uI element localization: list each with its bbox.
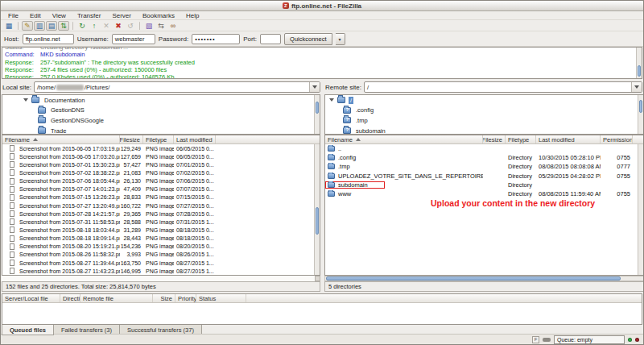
queue-status: Queue: empty — [554, 335, 625, 344]
local-file-row[interactable]: Screenshot from 2015-07-06 18:05:44.png … — [2, 177, 320, 185]
remote-tree-item[interactable]: .config — [325, 106, 643, 116]
local-tree-scrollbar-thumb[interactable] — [316, 102, 319, 114]
local-file-row[interactable]: Screenshot from 2015-07-01 15:30:23.png … — [2, 160, 320, 168]
remote-site-combobox[interactable]: / — [364, 81, 642, 93]
local-site-dropdown-icon[interactable] — [309, 82, 320, 92]
remote-site-dropdown-icon[interactable] — [631, 82, 642, 92]
column-priority[interactable]: Priority — [175, 294, 196, 302]
local-file-row[interactable]: Screenshot from 2015-08-18 18:09:14.png … — [2, 235, 320, 243]
toggle-queue-icon[interactable]: ⇅ — [58, 21, 69, 31]
local-list-scrollbar-thumb[interactable] — [316, 207, 319, 235]
column-filesize[interactable]: Filesize — [483, 135, 506, 143]
column-size[interactable]: Size — [153, 294, 175, 302]
log-scrollbar[interactable] — [636, 48, 642, 78]
column-filetype[interactable]: Filetype — [506, 135, 536, 143]
log-scrollbar-thumb[interactable] — [638, 65, 641, 77]
local-file-row[interactable]: Screenshot from 2015-07-07 14:01:23.png … — [2, 185, 320, 193]
remote-file-row[interactable]: .config Directory 10/30/2015 05:28:10 PM… — [325, 153, 643, 162]
file-type: PNG image — [143, 178, 174, 184]
column-status[interactable]: Status — [196, 294, 246, 302]
quickconnect-dropdown-icon[interactable]: ▾ — [336, 33, 345, 45]
port-input[interactable] — [260, 34, 281, 44]
column-filesize[interactable]: Filesize — [120, 135, 143, 143]
column-remote-file[interactable]: Remote file — [80, 294, 153, 302]
local-file-row[interactable]: Screenshot from 2015-07-28 14:21:57.png … — [2, 210, 320, 218]
column-direction[interactable]: Direction — [60, 294, 80, 302]
disconnect-icon[interactable]: ✖ — [113, 21, 124, 31]
password-input[interactable]: ••••••• — [192, 34, 240, 44]
local-tree-item[interactable]: Documentation — [2, 95, 320, 106]
queue-tab[interactable]: Queued files — [2, 325, 54, 335]
menu-item[interactable]: File — [2, 11, 24, 20]
folder-icon — [337, 97, 345, 103]
local-file-row[interactable]: Screenshot from 2015-08-27 11:43:23.png … — [2, 267, 320, 275]
remote-file-row[interactable]: subdomain Directory — [325, 181, 643, 189]
local-file-row[interactable]: Screenshot from 2015-07-15 13:26:23.png … — [2, 193, 320, 202]
remote-horizontal-scrollbar[interactable] — [324, 276, 644, 281]
quickconnect-button[interactable]: Quickconnect — [284, 33, 332, 45]
column-filename[interactable]: Filename — [2, 135, 120, 143]
remote-file-row[interactable]: .tmp Directory 08/08/2015 08:08:08 AM 07… — [325, 162, 643, 171]
site-manager-icon[interactable]: ▦ — [3, 21, 14, 31]
local-file-row[interactable]: Screenshot from 2015-08-20 15:19:21.png … — [2, 243, 320, 251]
column-filename[interactable]: Filename — [325, 135, 483, 143]
local-file-row[interactable]: Screenshot from 2015-08-27 11:39:44.png … — [2, 259, 320, 267]
menu-item[interactable]: View — [47, 11, 72, 20]
file-type: PNG image — [143, 154, 174, 160]
file-icon — [10, 186, 14, 193]
local-file-row[interactable]: Screenshot from 2015-08-18 18:03:44.png … — [2, 226, 320, 234]
menu-item[interactable]: Transfer — [72, 11, 107, 20]
menu-item[interactable]: Edit — [24, 11, 47, 20]
remote-tree-item[interactable]: subdomain — [325, 126, 643, 135]
refresh-icon[interactable]: ↻ — [76, 21, 88, 31]
local-file-row[interactable]: Screenshot from 2015-07-02 18:38:22.png … — [2, 168, 320, 177]
expander-icon[interactable] — [329, 98, 334, 102]
column-last-modified[interactable]: Last modified — [174, 135, 216, 143]
toolbar-separator[interactable] — [72, 22, 73, 30]
local-tree-scrollbar[interactable] — [314, 95, 320, 134]
toggle-remote-tree-icon[interactable]: ▤ — [46, 21, 57, 31]
remote-file-row[interactable]: UPLOADEZ_VOTRE_SITE_DANS_LE_REPERTOIRE_W… — [325, 172, 643, 181]
local-file-row[interactable]: Screenshot from 2015-06-05 17:03:20.png … — [2, 152, 320, 160]
column-permissions[interactable]: Permissions — [601, 135, 633, 143]
remote-tree-scrollbar-thumb[interactable] — [639, 100, 642, 113]
file-size: 28,833 — [120, 194, 143, 200]
toggle-local-tree-icon[interactable]: ▥ — [34, 21, 45, 31]
local-file-row[interactable]: Screenshot from 2015-08-26 11:58:32.png … — [2, 251, 320, 259]
column-server-local-file[interactable]: Server/Local file — [2, 294, 60, 302]
local-site-combobox[interactable]: /home//Pictures/ — [34, 81, 320, 93]
toggle-log-icon[interactable]: ✎ — [22, 21, 33, 31]
toolbar-separator[interactable] — [139, 22, 140, 30]
local-file-row[interactable]: Screenshot from 2015-07-27 13:20:49.png … — [2, 202, 320, 210]
file-size: 160,722 — [120, 203, 143, 209]
transfer-queue-panel: Server/Local file Direction Remote file … — [2, 293, 642, 325]
menu-item[interactable]: Server — [106, 11, 137, 20]
local-tree-item[interactable]: GestionDNSGoogle — [2, 115, 320, 126]
remote-tree-scrollbar[interactable] — [638, 95, 643, 134]
remote-horizontal-scrollbar-thumb[interactable] — [326, 276, 621, 281]
remote-file-row[interactable]: www Directory 08/08/2015 11:59:40 AM 075… — [325, 189, 643, 198]
local-list-scrollbar[interactable] — [314, 144, 320, 275]
remote-tree-item[interactable]: / — [325, 95, 643, 106]
host-input[interactable]: ftp.online.net — [23, 34, 74, 44]
reconnect-icon[interactable]: ↺ — [125, 21, 136, 31]
menu-item[interactable]: Bookmarks — [137, 11, 180, 20]
local-file-row[interactable]: Screenshot from 2015-07-31 11:58:53.png … — [2, 218, 320, 226]
toolbar-separator[interactable] — [18, 22, 19, 30]
expander-icon[interactable] — [23, 98, 28, 102]
process-queue-icon[interactable]: ↑ — [89, 21, 100, 31]
local-file-row[interactable]: Screenshot from 2015-06-05 17:03:19.png … — [2, 144, 320, 152]
username-input[interactable]: webmaster — [112, 34, 155, 44]
find-files-icon[interactable]: ∞ — [167, 21, 179, 31]
menu-item[interactable]: Help — [180, 11, 204, 20]
local-tree-item[interactable]: Trade — [2, 126, 320, 135]
remote-list-scrollbar[interactable] — [638, 144, 643, 275]
column-last-modified[interactable]: Last modified — [536, 135, 601, 143]
synchronized-browsing-icon[interactable]: ⇆ — [155, 21, 167, 31]
remote-tree-item[interactable]: .tmp — [325, 115, 643, 126]
directory-comparison-icon[interactable]: ▧ — [143, 21, 155, 31]
column-filetype[interactable]: Filetype — [143, 135, 174, 143]
remote-file-row[interactable]: .. — [325, 144, 643, 153]
cancel-operation-icon[interactable]: ✕ — [101, 21, 112, 31]
local-tree-item[interactable]: GestionDNS — [2, 106, 320, 116]
